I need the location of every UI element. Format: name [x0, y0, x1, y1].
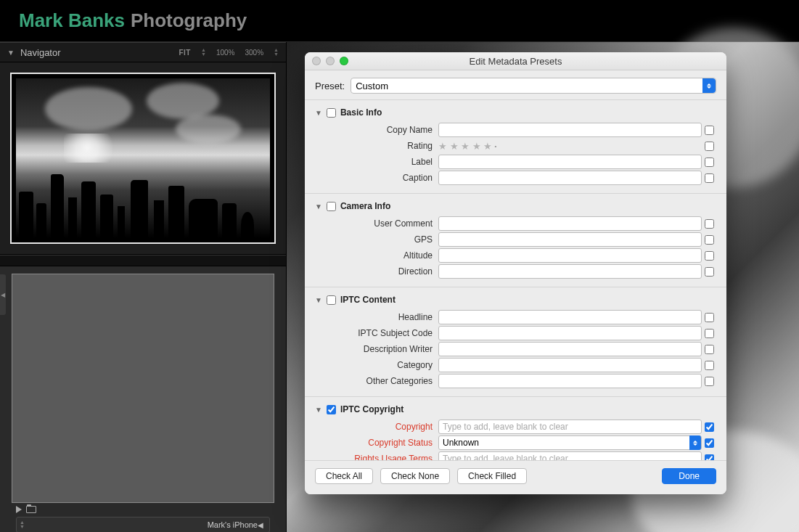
label-subject-code: IPTC Subject Code — [315, 328, 438, 338]
section-checkbox-iptc-content[interactable] — [327, 295, 336, 305]
input-altitude[interactable] — [438, 248, 702, 263]
checkbox-altitude[interactable] — [705, 251, 714, 261]
dialog-titlebar[interactable]: Edit Metadata Presets — [305, 52, 726, 70]
zoom-100[interactable]: 100% — [216, 49, 235, 57]
label-copy-name: Copy Name — [315, 125, 438, 135]
input-copy-name[interactable] — [438, 123, 702, 137]
panel-collapse-handle[interactable]: ◀ — [0, 274, 6, 315]
checkbox-desc-writer[interactable] — [705, 345, 714, 354]
label-gps: GPS — [315, 234, 438, 245]
navigator-preview[interactable] — [0, 62, 286, 255]
input-copyright[interactable] — [438, 420, 702, 434]
label-user-comment: User Comment — [315, 218, 438, 229]
zoom-fit[interactable]: FIT — [179, 49, 191, 57]
label-direction: Direction — [315, 266, 438, 277]
checkbox-label[interactable] — [705, 157, 714, 167]
dialog-footer: Check All Check None Check Filled Done — [305, 461, 726, 494]
checkbox-headline[interactable] — [705, 313, 714, 322]
checkbox-copy-name[interactable] — [705, 126, 714, 135]
input-user-comment[interactable] — [438, 216, 702, 231]
label-rights-usage: Rights Usage Terms — [315, 454, 438, 461]
device-combo-label: Mark's iPhone — [208, 520, 258, 529]
edit-metadata-presets-dialog: Edit Metadata Presets Preset: Custom ▼ B… — [305, 52, 726, 494]
check-filled-button[interactable]: Check Filled — [457, 468, 527, 484]
select-copyright-status[interactable]: Unknown — [438, 435, 702, 450]
checkbox-gps[interactable] — [705, 235, 714, 245]
done-button[interactable]: Done — [662, 468, 716, 484]
checkbox-other-categories[interactable] — [705, 377, 714, 386]
label-rating: Rating — [315, 141, 438, 151]
input-category[interactable] — [438, 358, 702, 372]
checkbox-category[interactable] — [705, 361, 714, 370]
zoom-stepper-icon[interactable]: ▲▼ — [201, 48, 206, 57]
checkbox-copyright[interactable] — [705, 422, 714, 432]
disclosure-triangle-icon[interactable]: ▼ — [315, 406, 322, 414]
input-label[interactable] — [438, 155, 702, 169]
section-title: Camera Info — [340, 201, 390, 211]
preset-value: Custom — [356, 81, 388, 91]
checkbox-rights-usage[interactable] — [705, 454, 714, 462]
section-checkbox-basic[interactable] — [327, 108, 336, 118]
input-headline[interactable] — [438, 310, 702, 324]
checkbox-copyright-status[interactable] — [705, 438, 714, 448]
label-category: Category — [315, 360, 438, 370]
input-caption[interactable] — [438, 171, 702, 185]
input-direction[interactable] — [438, 264, 702, 279]
checkbox-user-comment[interactable] — [705, 219, 714, 229]
disclosure-triangle-icon[interactable]: ▼ — [315, 202, 322, 210]
checkbox-caption[interactable] — [705, 173, 714, 183]
folder-icon[interactable] — [26, 506, 36, 513]
section-checkbox-camera[interactable] — [327, 202, 336, 211]
navigator-header[interactable]: ▼ Navigator FIT ▲▼ 100% 300% ▲▼ — [0, 42, 286, 62]
checkbox-subject-code[interactable] — [705, 329, 714, 338]
section-basic-info: ▼ Basic Info Copy Name Rating ★ ★ ★ ★ ★•… — [305, 100, 726, 194]
label-copyright-status: Copyright Status — [315, 438, 438, 448]
section-checkbox-iptc-copyright[interactable] — [327, 405, 336, 414]
label-headline: Headline — [315, 312, 438, 322]
label-caption: Caption — [315, 173, 438, 183]
section-title: IPTC Content — [340, 295, 396, 305]
select-arrows-icon — [702, 78, 716, 93]
app-header: Mark Banks Photography — [0, 0, 799, 42]
left-panel: ▼ Navigator FIT ▲▼ 100% 300% ▲▼ — [0, 42, 287, 532]
disclosure-triangle-icon[interactable]: ▼ — [7, 49, 15, 57]
filmstrip-area: ▲▼ Mark's iPhone ◀ — [0, 266, 286, 532]
section-iptc-content: ▼ IPTC Content Headline IPTC Subject Cod… — [305, 287, 726, 397]
preset-label: Preset: — [315, 81, 345, 91]
label-altitude: Altitude — [315, 250, 438, 261]
zoom-controls: FIT ▲▼ 100% 300% ▲▼ — [179, 48, 279, 57]
input-subject-code[interactable] — [438, 326, 702, 340]
check-all-button[interactable]: Check All — [315, 468, 373, 484]
label-copyright: Copyright — [315, 422, 438, 432]
folder-strip — [0, 255, 286, 266]
navigator-title: Navigator — [20, 47, 61, 58]
play-icon[interactable] — [16, 506, 22, 513]
section-camera-info: ▼ Camera Info User Comment GPS Altitude … — [305, 194, 726, 287]
check-none-button[interactable]: Check None — [380, 468, 450, 484]
select-arrows-icon — [689, 435, 701, 450]
rating-stars[interactable]: ★ ★ ★ ★ ★• — [438, 141, 496, 152]
checkbox-direction[interactable] — [705, 267, 714, 277]
disclosure-triangle-icon[interactable]: ▼ — [315, 296, 322, 304]
input-other-categories[interactable] — [438, 374, 702, 388]
label-desc-writer: Description Writer — [315, 344, 438, 354]
input-rights-usage[interactable] — [438, 451, 702, 461]
zoom-stepper2-icon[interactable]: ▲▼ — [274, 48, 279, 57]
section-title: Basic Info — [340, 107, 382, 118]
section-title: IPTC Copyright — [340, 404, 403, 414]
preview-image — [16, 78, 270, 238]
zoom-300[interactable]: 300% — [245, 49, 263, 57]
brand-name: Mark Banks — [19, 9, 125, 32]
checkbox-rating[interactable] — [705, 142, 714, 151]
input-desc-writer[interactable] — [438, 342, 702, 356]
select-value: Unknown — [443, 438, 479, 448]
input-gps[interactable] — [438, 232, 702, 247]
device-combo[interactable]: ▲▼ Mark's iPhone ◀ — [16, 517, 270, 532]
combo-stepper-icon: ▲▼ — [20, 520, 25, 529]
preset-select[interactable]: Custom — [351, 78, 716, 94]
section-iptc-copyright: ▼ IPTC Copyright Copyright Copyright Sta… — [305, 397, 726, 461]
label-other-categories: Other Categories — [315, 376, 438, 386]
filmstrip-frame[interactable] — [12, 274, 274, 503]
label-label: Label — [315, 157, 438, 167]
disclosure-triangle-icon[interactable]: ▼ — [315, 109, 322, 117]
